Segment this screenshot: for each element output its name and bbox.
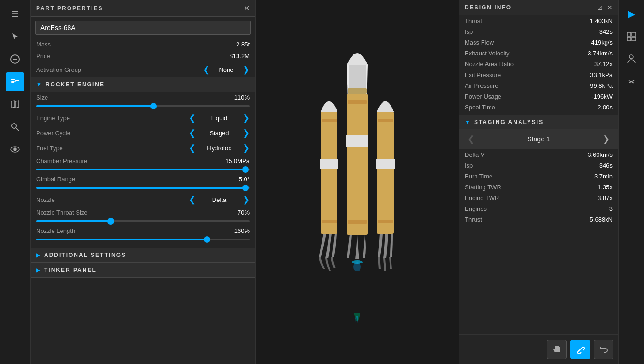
svg-marker-8: [11, 101, 19, 108]
svg-rect-3: [11, 79, 14, 80]
svg-point-14: [14, 148, 16, 151]
power-usage-value: -196kW: [591, 93, 613, 100]
add-part-icon[interactable]: [6, 50, 24, 69]
pin-icon[interactable]: ⊿: [598, 4, 603, 11]
map-icon[interactable]: [6, 95, 24, 114]
fuel-type-next-btn[interactable]: ❯: [243, 143, 250, 153]
staging-icon[interactable]: [6, 72, 24, 91]
person-icon[interactable]: [622, 50, 641, 69]
svg-point-42: [629, 55, 633, 59]
svg-rect-30: [378, 220, 393, 223]
exhaust-velocity-value: 3.74km/s: [588, 50, 613, 57]
additional-settings-section-header[interactable]: ▶ ADDITIONAL SETTINGS: [31, 248, 255, 263]
hamburger-menu-icon[interactable]: ☰: [6, 5, 24, 23]
tinker-panel-section-header[interactable]: ▶ TINKER PANEL: [31, 263, 255, 278]
power-usage-label: Power Usage: [465, 93, 501, 100]
size-slider-row: Size 110%: [31, 92, 255, 110]
svg-rect-41: [632, 37, 636, 41]
staging-analysis-header[interactable]: ▼ STAGING ANALYSIS: [459, 115, 618, 129]
exit-pressure-label: Exit Pressure: [465, 71, 501, 78]
thrust-label: Thrust: [465, 17, 482, 24]
engine-type-next-btn[interactable]: ❯: [243, 113, 250, 123]
chamber-pressure-label: Chamber Pressure: [36, 157, 87, 164]
svg-line-12: [16, 128, 19, 131]
staging-isp-row: Isp 346s: [459, 160, 618, 171]
staging-nav: ❮ Stage 1 ❯: [459, 129, 618, 149]
power-cycle-row: Power Cycle ❮ Staged ❯: [31, 125, 255, 140]
nozzle-control: ❮ Delta ❯: [189, 194, 250, 205]
chamber-pressure-value: 15.0MPa: [225, 157, 250, 164]
activation-next-btn[interactable]: ❯: [243, 64, 250, 75]
exit-pressure-row: Exit Pressure 33.1kPa: [459, 70, 618, 80]
link-tool-btn[interactable]: [570, 340, 590, 359]
design-bottom-bar: [459, 334, 618, 364]
stage-next-btn[interactable]: ❯: [599, 132, 613, 146]
nozzle-throat-size-slider-row: Nozzle Throat Size 70%: [31, 207, 255, 225]
power-cycle-label: Power Cycle: [36, 130, 70, 137]
hand-tool-btn[interactable]: [547, 340, 567, 359]
undo-btn[interactable]: [594, 340, 613, 359]
nozzle-label: Nozzle: [36, 196, 55, 203]
staging-thrust-label: Thrust: [465, 216, 482, 223]
svg-line-7: [14, 81, 16, 82]
gimbal-range-label: Gimbal Range: [36, 176, 75, 183]
svg-rect-24: [322, 119, 337, 122]
svg-rect-17: [348, 88, 367, 94]
svg-rect-5: [16, 80, 19, 81]
gimbal-range-value: 5.0°: [239, 176, 250, 183]
spool-time-label: Spool Time: [465, 104, 495, 111]
ending-twr-label: Ending TWR: [465, 194, 499, 201]
nozzle-next-btn[interactable]: ❯: [243, 194, 250, 205]
size-label: Size: [36, 94, 48, 101]
isp-label: Isp: [465, 28, 473, 35]
svg-rect-4: [11, 81, 14, 83]
svg-rect-20: [348, 220, 367, 224]
nozzle-throat-size-slider[interactable]: [36, 218, 250, 225]
power-cycle-next-btn[interactable]: ❯: [243, 128, 250, 138]
left-sidebar: ☰: [0, 0, 31, 364]
mass-row: Mass 2.85t: [31, 39, 255, 50]
burn-time-row: Burn Time 3.7min: [459, 171, 618, 182]
design-info-title: DESIGN INFO: [465, 4, 512, 11]
staging-analysis-section: ▼ STAGING ANALYSIS ❮ Stage 1 ❯ Delta V 3…: [459, 115, 618, 225]
fuel-type-prev-btn[interactable]: ❮: [189, 143, 196, 153]
activation-group-label: Activation Group: [36, 66, 81, 73]
design-info-header-icons: ⊿ ✕: [598, 4, 613, 11]
stage-prev-btn[interactable]: ❮: [464, 132, 478, 146]
rocket-svg: [287, 13, 428, 351]
play-icon[interactable]: ▶: [622, 5, 641, 23]
size-slider[interactable]: [36, 103, 250, 109]
activation-prev-btn[interactable]: ❮: [203, 64, 210, 75]
nozzle-prev-btn[interactable]: ❮: [189, 194, 196, 205]
exhaust-velocity-label: Exhaust Velocity: [465, 50, 509, 57]
engine-type-prev-btn[interactable]: ❮: [189, 113, 196, 123]
rocket-view[interactable]: [256, 0, 459, 364]
gimbal-range-slider[interactable]: [36, 185, 250, 191]
mass-value: 2.85t: [236, 41, 250, 48]
nozzle-throat-size-label: Nozzle Throat Size: [36, 209, 88, 216]
power-cycle-control: ❮ Staged ❯: [189, 128, 250, 138]
activation-group-row: Activation Group ❮ None ❯: [31, 62, 255, 77]
chamber-pressure-slider[interactable]: [36, 166, 250, 173]
crosshair-icon[interactable]: [622, 72, 641, 91]
engines-value: 3: [609, 205, 613, 212]
svg-rect-18: [347, 94, 368, 235]
rocket-engine-section-header[interactable]: ▼ ROCKET ENGINE: [31, 77, 255, 92]
price-label: Price: [36, 53, 50, 60]
design-info-close-btn[interactable]: ✕: [607, 4, 613, 11]
design-info-header: DESIGN INFO ⊿ ✕: [459, 0, 618, 15]
burn-time-value: 3.7min: [594, 173, 613, 180]
engines-row: Engines 3: [459, 203, 618, 214]
nozzle-length-slider[interactable]: [36, 236, 250, 243]
part-name-input[interactable]: [35, 21, 251, 35]
grid-icon[interactable]: [622, 27, 641, 46]
chamber-pressure-slider-row: Chamber Pressure 15.0MPa: [31, 155, 255, 174]
starting-twr-value: 1.35x: [598, 184, 613, 191]
cursor-icon[interactable]: [6, 27, 24, 46]
power-cycle-prev-btn[interactable]: ❮: [189, 128, 196, 138]
search-icon[interactable]: [6, 117, 24, 136]
part-properties-close-btn[interactable]: ✕: [244, 4, 250, 13]
engine-type-label: Engine Type: [36, 115, 70, 122]
eye-icon[interactable]: [6, 140, 24, 159]
activation-control: ❮ None ❯: [203, 64, 250, 75]
